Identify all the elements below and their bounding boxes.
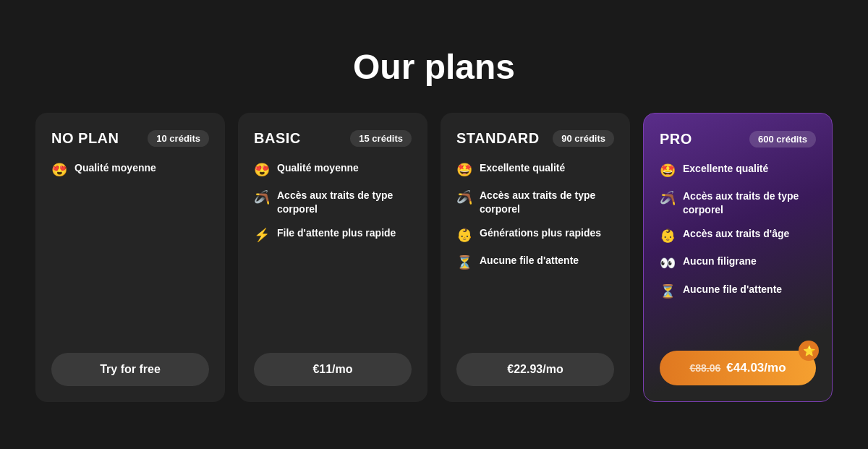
feature-text: Aucune file d'attente bbox=[683, 283, 782, 296]
page-title: Our plans bbox=[353, 47, 515, 87]
list-item: 🪃Accès aux traits de type corporel bbox=[456, 189, 614, 216]
cta-button-basic[interactable]: €11/mo bbox=[254, 353, 412, 386]
feature-icon: 👶 bbox=[456, 226, 472, 244]
features-list-basic: 😍Qualité moyenne🪃Accès aux traits de typ… bbox=[254, 161, 412, 333]
list-item: ⏳Aucune file d'attente bbox=[456, 254, 614, 271]
feature-text: Excellente qualité bbox=[480, 161, 565, 175]
plans-container: NO PLAN10 crédits😍Qualité moyenneTry for… bbox=[35, 113, 833, 402]
credits-badge-basic: 15 crédits bbox=[350, 130, 412, 147]
cta-button-pro[interactable]: €88.06€44.03/mo bbox=[660, 351, 816, 385]
list-item: 🤩Excellente qualité bbox=[456, 161, 614, 179]
feature-icon: 🪃 bbox=[660, 189, 676, 207]
list-item: ⚡File d'attente plus rapide bbox=[254, 226, 412, 244]
features-list-pro: 🤩Excellente qualité🪃Accès aux traits de … bbox=[660, 162, 816, 330]
feature-text: Aucune file d'attente bbox=[480, 254, 579, 268]
cta-button-no-plan[interactable]: Try for free bbox=[51, 353, 209, 386]
plan-header-basic: BASIC15 crédits bbox=[254, 130, 412, 147]
list-item: ⏳Aucune file d'attente bbox=[660, 283, 816, 300]
feature-text: Générations plus rapides bbox=[480, 226, 601, 240]
plan-card-pro: PRO600 crédits🤩Excellente qualité🪃Accès … bbox=[643, 113, 833, 402]
feature-text: Accès aux traits de type corporel bbox=[683, 189, 816, 217]
features-list-standard: 🤩Excellente qualité🪃Accès aux traits de … bbox=[456, 161, 614, 333]
feature-text: Accès aux traits de type corporel bbox=[277, 189, 412, 216]
feature-text: Excellente qualité bbox=[683, 162, 768, 176]
plan-header-pro: PRO600 crédits bbox=[660, 131, 816, 147]
plan-name-no-plan: NO PLAN bbox=[51, 130, 119, 147]
credits-badge-no-plan: 10 crédits bbox=[148, 130, 209, 147]
feature-icon: 😍 bbox=[51, 161, 67, 179]
plan-header-standard: STANDARD90 crédits bbox=[456, 130, 614, 147]
feature-text: File d'attente plus rapide bbox=[277, 226, 396, 240]
list-item: 😍Qualité moyenne bbox=[254, 161, 412, 179]
feature-text: Aucun filigrane bbox=[683, 255, 757, 268]
plan-name-basic: BASIC bbox=[254, 130, 301, 147]
list-item: 😍Qualité moyenne bbox=[51, 161, 209, 179]
plan-card-no-plan: NO PLAN10 crédits😍Qualité moyenneTry for… bbox=[35, 113, 225, 402]
plan-card-basic: BASIC15 crédits😍Qualité moyenne🪃Accès au… bbox=[238, 113, 427, 402]
feature-text: Qualité moyenne bbox=[75, 161, 156, 175]
list-item: 👶Accès aux traits d'âge bbox=[660, 227, 816, 244]
feature-icon: ⏳ bbox=[660, 283, 676, 300]
star-badge-icon: ⭐ bbox=[799, 341, 819, 361]
feature-icon: 👀 bbox=[660, 255, 676, 272]
plan-name-pro: PRO bbox=[660, 131, 692, 147]
feature-text: Accès aux traits de type corporel bbox=[480, 189, 614, 216]
list-item: 👶Générations plus rapides bbox=[456, 226, 614, 244]
credits-badge-standard: 90 crédits bbox=[553, 130, 614, 147]
feature-icon: ⏳ bbox=[456, 254, 472, 271]
feature-text: Qualité moyenne bbox=[277, 161, 359, 175]
list-item: 🤩Excellente qualité bbox=[660, 162, 816, 179]
credits-badge-pro: 600 crédits bbox=[749, 131, 816, 147]
list-item: 🪃Accès aux traits de type corporel bbox=[254, 189, 412, 216]
list-item: 👀Aucun filigrane bbox=[660, 255, 816, 272]
features-list-no-plan: 😍Qualité moyenne bbox=[51, 161, 209, 333]
list-item: 🪃Accès aux traits de type corporel bbox=[660, 189, 816, 217]
plan-name-standard: STANDARD bbox=[456, 130, 540, 147]
new-price: €44.03/mo bbox=[726, 361, 786, 375]
feature-icon: ⚡ bbox=[254, 226, 270, 244]
feature-icon: 😍 bbox=[254, 161, 270, 179]
feature-icon: 👶 bbox=[660, 227, 676, 244]
feature-icon: 🤩 bbox=[456, 161, 472, 179]
plan-header-no-plan: NO PLAN10 crédits bbox=[51, 130, 209, 147]
feature-text: Accès aux traits d'âge bbox=[683, 227, 789, 241]
feature-icon: 🤩 bbox=[660, 162, 676, 179]
old-price: €88.06 bbox=[689, 362, 720, 374]
feature-icon: 🪃 bbox=[254, 189, 270, 206]
plan-card-standard: STANDARD90 crédits🤩Excellente qualité🪃Ac… bbox=[441, 113, 630, 402]
cta-button-standard[interactable]: €22.93/mo bbox=[456, 353, 614, 386]
feature-icon: 🪃 bbox=[456, 189, 472, 206]
